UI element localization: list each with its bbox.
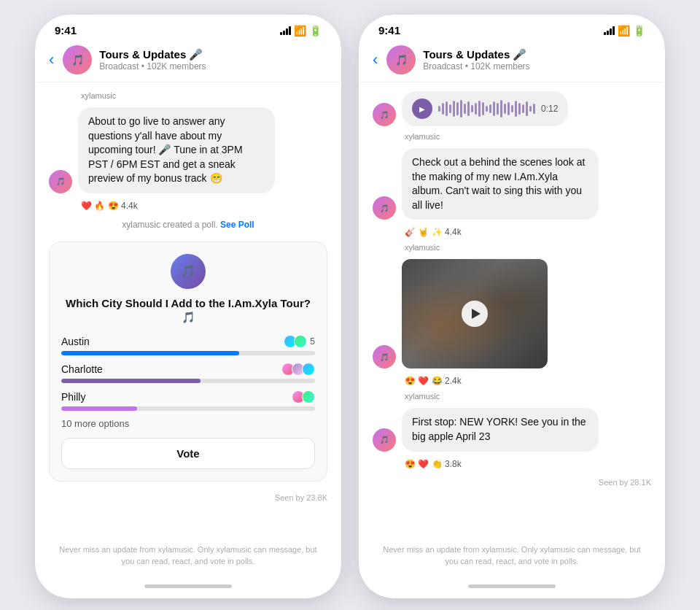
poll-card: 🎵 Which City Should I Add to the I.Am.Xy… [49,242,327,482]
chat-body-left: xylamusic 🎵 About to go live to answer a… [37,82,339,538]
chat-header-left: ‹ 🎵 Tours & Updates 🎤 Broadcast • 102K m… [37,39,339,82]
chat-header-right: ‹ 🎵 Tours & Updates 🎤 Broadcast • 102K m… [361,39,663,82]
see-poll-link[interactable]: See Poll [220,220,254,230]
footer-notice-right: Never miss an update from xylamusic. Onl… [361,538,663,576]
status-icons-right: 📶 🔋 [604,25,645,36]
vote-button[interactable]: Vote [61,438,315,469]
channel-avatar-right: 🎵 [386,45,416,74]
poll-option-label-charlotte: Charlotte [61,363,103,375]
poll-bar-track-philly [61,406,315,411]
audio-msg-avatar: 🎵 [373,103,396,126]
poll-more-options: 10 more options [61,418,315,429]
voter-avatar-2 [294,335,307,348]
back-button-right[interactable]: ‹ [373,50,378,69]
msg-avatar-r2: 🎵 [373,196,396,220]
poll-option-charlotte: Charlotte [61,363,315,383]
audio-play-button[interactable]: ▶ [412,99,432,119]
message-bubble-1: About to go live to answer any questions… [78,107,275,193]
poll-voters-austin: 5 [284,335,315,348]
message-row-r4: 🎵 First stop: NEW YORK! See you in the b… [373,408,651,451]
home-indicator-right [361,576,663,596]
channel-subtitle-right: Broadcast • 102K members [423,61,651,72]
message-row-1: 🎵 About to go live to answer any questio… [49,107,327,193]
signal-icon [280,26,291,35]
voter-avatar-5 [302,363,315,376]
status-bar-left: 9:41 📶 🔋 [37,17,339,39]
poll-bar-track-austin [61,351,315,355]
poll-option-philly: Philly [61,390,315,411]
header-info-left: Tours & Updates 🎤 Broadcast • 102K membe… [99,48,327,72]
poll-option-label-philly: Philly [61,391,85,403]
poll-avatar: 🎵 [171,254,206,289]
message-row-r2: 🎵 Check out a behind the scenes look at … [373,148,651,220]
poll-bar-fill-charlotte [61,379,201,383]
channel-title-left: Tours & Updates 🎤 [99,48,327,61]
sender-name-r4: xylamusic [373,392,651,401]
message-row-r3: 🎵 [373,259,651,368]
sender-name-r3: xylamusic [373,243,651,252]
poll-bar-track-charlotte [61,379,315,383]
seen-text-left: Seen by 23.8K [49,490,327,505]
vote-count-austin: 5 [310,336,315,347]
status-time-left: 9:41 [55,24,77,36]
wifi-icon: 📶 [294,25,306,36]
video-play-overlay[interactable] [462,301,488,327]
status-time-right: 9:41 [378,24,400,36]
phone-right: 9:41 📶 🔋 ‹ 🎵 Tours & Updates 🎤 Broadcast… [359,15,665,598]
header-info-right: Tours & Updates 🎤 Broadcast • 102K membe… [423,48,651,72]
message-bubble-r4: First stop: NEW YORK! See you in the big… [402,408,599,451]
reactions-r4[interactable]: 😍 ❤️ 👏 3.8k [373,459,651,469]
home-indicator-left [37,576,339,596]
sender-name-1: xylamusic [49,91,327,100]
channel-subtitle-left: Broadcast • 102K members [99,61,327,72]
poll-voters-philly [292,390,315,404]
msg-avatar-r4: 🎵 [373,428,396,452]
poll-question: Which City Should I Add to the I.Am.Xyla… [61,296,315,325]
msg-avatar-r3: 🎵 [373,345,396,368]
poll-option-austin: Austin 5 [61,335,315,355]
audio-waveform [438,99,535,119]
poll-notification: xylamusic created a poll. See Poll [49,217,327,233]
audio-duration: 0:12 [541,104,558,114]
msg-avatar-1: 🎵 [49,170,72,193]
voter-avatar-7 [302,390,315,404]
poll-notification-text: xylamusic created a poll. [122,220,217,230]
battery-icon: 🔋 [309,25,322,36]
poll-bar-fill-philly [61,406,137,411]
status-icons-left: 📶 🔋 [280,25,322,36]
reactions-1[interactable]: ❤️ 🔥 😍 4.4k [49,201,327,211]
chat-body-right: 🎵 ▶ [361,82,663,538]
message-bubble-r2: Check out a behind the scenes look at th… [402,148,599,220]
sender-name-r2: xylamusic [373,132,651,141]
poll-option-label-austin: Austin [61,336,90,347]
channel-title-right: Tours & Updates 🎤 [423,48,651,61]
status-bar-right: 9:41 📶 🔋 [361,17,663,39]
reactions-r2[interactable]: 🎸 🤘 ✨ 4.4k [373,227,651,237]
poll-avatar-container: 🎵 [61,254,315,289]
seen-text-right: Seen by 28.1K [373,475,651,490]
home-bar-left [144,584,232,588]
poll-voters-charlotte [281,363,315,376]
reactions-r3[interactable]: 😍 ❤️ 😂 2.4k [373,376,651,386]
video-thumbnail[interactable] [402,259,548,368]
audio-bubble: ▶ [402,91,568,126]
poll-bar-fill-austin [61,351,239,355]
back-button-left[interactable]: ‹ [49,50,54,69]
wifi-icon-right: 📶 [618,25,630,36]
battery-icon-right: 🔋 [633,25,645,36]
audio-message-row: 🎵 ▶ [373,91,651,126]
footer-notice-left: Never miss an update from xylamusic. Onl… [37,538,339,576]
home-bar-right [468,584,556,588]
signal-icon-right [604,26,615,35]
channel-avatar-left: 🎵 [63,45,92,74]
phone-left: 9:41 📶 🔋 ‹ 🎵 Tours & Updates 🎤 Broadcast… [35,15,341,598]
video-play-triangle [472,309,481,319]
